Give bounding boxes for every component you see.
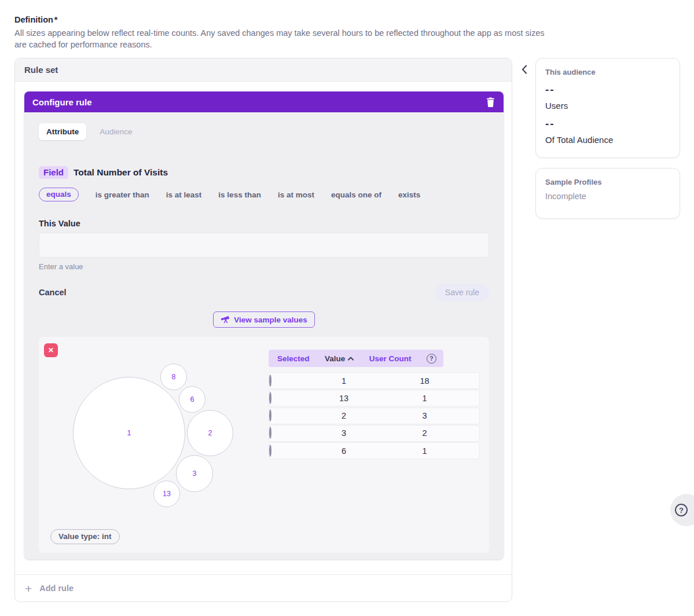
radio-select-value-6[interactable] — [269, 445, 271, 457]
operator-exists[interactable]: exists — [398, 190, 420, 199]
bubble-value-6[interactable]: 6 — [179, 386, 205, 413]
column-header-user-count[interactable]: User Count — [369, 354, 412, 363]
trash-icon[interactable] — [485, 97, 495, 107]
operator-equals[interactable]: equals — [39, 188, 79, 201]
value-input[interactable] — [39, 233, 489, 258]
cell-value: 2 — [318, 411, 370, 420]
users-label: Users — [545, 101, 670, 111]
radio-select-value-3[interactable] — [269, 427, 271, 439]
bubble-label: 2 — [208, 429, 212, 437]
cell-value: 3 — [318, 428, 370, 438]
tab-audience[interactable]: Audience — [92, 123, 139, 140]
table-row: 131 — [269, 390, 480, 406]
cancel-button[interactable]: Cancel — [39, 288, 67, 297]
cell-value: 6 — [318, 446, 370, 456]
rule-type-tabs: AttributeAudience — [39, 123, 489, 140]
bubble-value-1[interactable]: 1 — [73, 377, 185, 489]
operator-is-greater-than[interactable]: is greater than — [96, 190, 149, 199]
field-badge: Field — [39, 166, 68, 179]
configure-rule-body: AttributeAudience Field Total Number of … — [24, 112, 504, 559]
operator-is-at-least[interactable]: is at least — [166, 190, 202, 199]
sample-values-table: Selected Value User Count ? 118131233261 — [269, 350, 480, 459]
plus-icon: + — [25, 582, 32, 595]
view-sample-values-label: View sample values — [234, 316, 307, 324]
bubble-label: 1 — [127, 429, 131, 437]
radio-select-value-2[interactable] — [269, 409, 271, 421]
sort-asc-icon — [348, 357, 354, 361]
users-value: -- — [545, 84, 670, 95]
value-helper-text: Enter a value — [39, 262, 489, 271]
radio-select-value-1[interactable] — [269, 375, 271, 387]
help-circle-icon[interactable]: ? — [427, 354, 436, 364]
definition-label: Definition* — [14, 15, 58, 24]
telescope-icon — [221, 316, 230, 324]
table-row: 61 — [269, 442, 480, 459]
rule-set-title: Rule set — [24, 65, 58, 75]
cell-value: 13 — [318, 394, 370, 403]
cell-user-count: 3 — [370, 411, 479, 420]
sample-profiles-status: Incomplete — [545, 192, 670, 201]
cell-user-count: 2 — [370, 428, 479, 438]
value-type-chip: Value type: int — [50, 529, 120, 544]
help-button[interactable]: ? — [670, 494, 694, 526]
cell-user-count: 1 — [370, 446, 479, 456]
bubble-value-13[interactable]: 13 — [153, 481, 180, 507]
tab-attribute[interactable]: Attribute — [39, 123, 86, 140]
bubble-value-8[interactable]: 8 — [160, 364, 187, 390]
definition-text: Definition — [14, 15, 53, 24]
sample-values-panel: ✕ 1862313 Selected Value User Count — [39, 337, 489, 553]
rule-set-card: Rule set Configure rule AttributeAudienc… — [14, 58, 512, 602]
bubble-label: 3 — [193, 470, 197, 478]
table-row: 118 — [269, 372, 480, 389]
percent-label: Of Total Audience — [545, 135, 670, 145]
view-sample-values-wrap: View sample values — [39, 311, 489, 328]
table-row: 32 — [269, 425, 480, 442]
operator-is-at-most[interactable]: is at most — [278, 190, 314, 199]
add-rule-label: Add rule — [39, 584, 74, 593]
operator-equals-one-of[interactable]: equals one of — [331, 190, 381, 199]
this-audience-card: This audience -- Users -- Of Total Audie… — [535, 58, 680, 158]
operator-is-less-than[interactable]: is less than — [218, 190, 261, 199]
field-row: Field Total Number of Visits — [39, 166, 489, 179]
bubble-value-2[interactable]: 2 — [187, 410, 233, 456]
radio-select-value-13[interactable] — [269, 392, 271, 404]
this-audience-title: This audience — [545, 68, 670, 76]
operator-list: equalsis greater thanis at leastis less … — [39, 188, 489, 201]
configure-rule-footer: Cancel Save rule — [39, 284, 489, 301]
sample-profiles-card: Sample Profiles Incomplete — [535, 168, 680, 219]
bubble-label: 6 — [190, 395, 194, 404]
cell-value: 1 — [318, 376, 370, 386]
add-rule-button[interactable]: + Add rule — [15, 574, 512, 602]
bubble-label: 13 — [163, 490, 171, 498]
bubble-label: 8 — [172, 373, 176, 381]
cell-user-count: 1 — [370, 394, 479, 403]
chevron-left-icon[interactable] — [519, 63, 530, 76]
rule-set-header: Rule set — [15, 58, 512, 82]
sample-profiles-title: Sample Profiles — [545, 178, 670, 186]
audience-definition-page: Definition* All sizes appearing below re… — [0, 0, 694, 616]
view-sample-values-button[interactable]: View sample values — [213, 311, 315, 328]
sample-table-header: Selected Value User Count ? — [269, 350, 443, 367]
bubble-value-3[interactable]: 3 — [176, 455, 213, 492]
configure-rule-title: Configure rule — [32, 97, 92, 107]
configure-rule-card: Configure rule AttributeAudience Field T… — [24, 91, 504, 559]
sample-table-rows: 118131233261 — [269, 372, 480, 459]
configure-rule-header: Configure rule — [24, 91, 504, 112]
cell-user-count: 18 — [370, 376, 479, 386]
table-row: 23 — [269, 408, 480, 424]
required-asterisk: * — [54, 15, 58, 24]
save-rule-button[interactable]: Save rule — [435, 284, 489, 302]
value-label: This Value — [39, 219, 489, 228]
question-mark-icon: ? — [675, 504, 688, 516]
percent-value: -- — [545, 118, 670, 129]
column-header-value[interactable]: Value — [325, 354, 354, 363]
definition-description: All sizes appearing below reflect real-t… — [14, 27, 559, 50]
column-header-selected[interactable]: Selected — [277, 354, 310, 363]
field-name: Total Number of Visits — [74, 167, 168, 178]
